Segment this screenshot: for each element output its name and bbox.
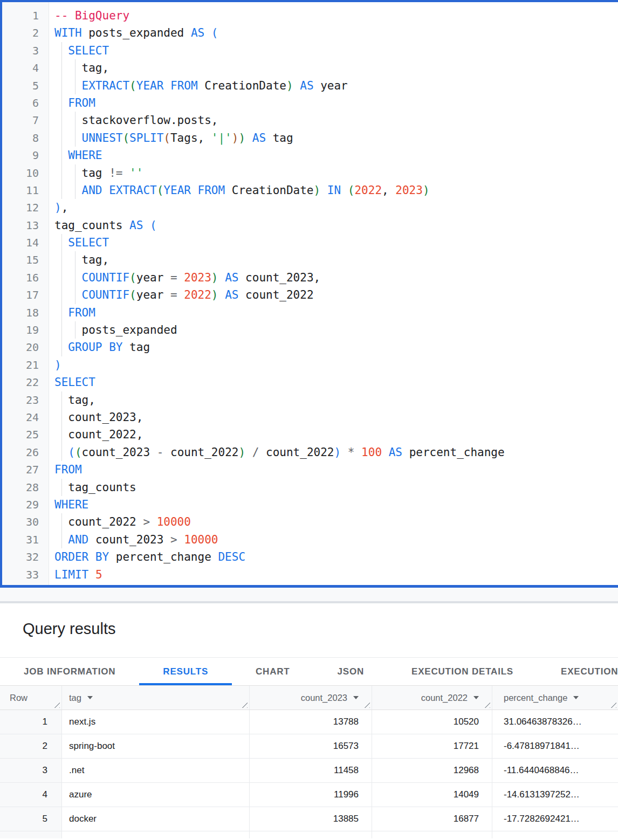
header-cell-tag[interactable]: tag xyxy=(62,686,250,710)
indent-guide-line xyxy=(61,479,62,496)
code-line[interactable]: 26 ((count_2023 - count_2022) / count_20… xyxy=(2,444,618,461)
code-line[interactable]: 8 UNNEST(SPLIT(Tags, '|')) AS tag xyxy=(2,129,618,147)
code-line[interactable]: 25 count_2022, xyxy=(2,426,618,443)
code-text: tag != '' xyxy=(49,164,618,182)
line-number: 21 xyxy=(2,356,49,374)
code-line[interactable]: 13tag_counts AS ( xyxy=(2,217,618,234)
code-token xyxy=(293,79,300,92)
column-resize-handle[interactable] xyxy=(364,702,370,708)
code-token xyxy=(218,288,225,301)
column-resize-handle[interactable] xyxy=(610,702,616,708)
code-token: 2022 xyxy=(184,288,211,301)
code-line[interactable]: 17 COUNTIF(year = 2022) AS count_2022 xyxy=(2,286,618,304)
indent-guide-line xyxy=(61,42,62,59)
line-number: 5 xyxy=(2,77,49,94)
column-resize-handle[interactable] xyxy=(54,702,60,708)
tab-execution-details[interactable]: EXECUTION DETAILS xyxy=(388,658,537,685)
code-line[interactable]: 19 posts_expanded xyxy=(2,321,618,339)
code-line[interactable]: 31 AND count_2023 > 10000 xyxy=(2,531,618,548)
indent-guide-line xyxy=(61,129,62,147)
tab-json[interactable]: JSON xyxy=(314,658,388,685)
code-line[interactable]: 15 tag, xyxy=(2,251,618,268)
line-number: 33 xyxy=(2,566,49,583)
code-line[interactable]: 1-- BigQuery xyxy=(2,7,618,24)
header-cell-percent_change[interactable]: percent_change xyxy=(492,686,618,710)
tab-results[interactable]: RESULTS xyxy=(139,658,232,685)
code-token: != xyxy=(109,167,122,180)
code-line[interactable]: 5 EXTRACT(YEAR FROM CreationDate) AS yea… xyxy=(2,77,618,94)
line-number: 14 xyxy=(2,234,49,251)
code-token: WHERE xyxy=(68,149,102,162)
cell-count_2022: 17721 xyxy=(372,734,492,758)
code-line[interactable]: 12), xyxy=(2,199,618,216)
code-line[interactable]: 33LIMIT 5 xyxy=(2,566,618,583)
indent-guide-line xyxy=(61,147,62,164)
code-line[interactable]: 9 WHERE xyxy=(2,147,618,164)
line-number: 11 xyxy=(2,182,49,199)
code-line[interactable]: 4 tag, xyxy=(2,59,618,77)
sort-arrow-icon[interactable] xyxy=(353,696,359,699)
code-token xyxy=(245,446,252,459)
header-cell-count_2023[interactable]: count_2023 xyxy=(250,686,372,710)
indent-guide-line xyxy=(61,444,62,461)
header-cell-row[interactable]: Row xyxy=(0,686,62,710)
code-text: COUNTIF(year = 2023) AS count_2023, xyxy=(49,269,618,286)
tab-execution-graph[interactable]: EXECUTION GRAPH xyxy=(537,658,618,685)
code-line[interactable]: 20 GROUP BY tag xyxy=(2,339,618,356)
code-line[interactable]: 22SELECT xyxy=(2,374,618,391)
code-line[interactable]: 18 FROM xyxy=(2,304,618,321)
line-number: 2 xyxy=(2,24,49,42)
column-label: count_2023 xyxy=(301,693,347,703)
code-text: SELECT xyxy=(49,42,618,59)
code-line[interactable]: 6 FROM xyxy=(2,94,618,112)
tab-chart[interactable]: CHART xyxy=(232,658,314,685)
sort-arrow-icon[interactable] xyxy=(573,696,579,699)
code-line[interactable]: 16 COUNTIF(year = 2023) AS count_2023, xyxy=(2,269,618,286)
code-text: tag, xyxy=(49,391,618,409)
code-line[interactable]: 7 stackoverflow.posts, xyxy=(2,112,618,129)
code-line[interactable]: 11 AND EXTRACT(YEAR FROM CreationDate) I… xyxy=(2,182,618,199)
code-token: count_2022 xyxy=(163,446,238,459)
table-row: 2spring-boot1657317721-6.47818971841… xyxy=(0,734,618,759)
line-number: 30 xyxy=(2,513,49,531)
table-row: 3.net1145812968-11.6440468846… xyxy=(0,759,618,783)
code-token: CreationDate xyxy=(225,184,313,197)
code-token: tag xyxy=(266,132,293,144)
column-resize-handle[interactable] xyxy=(242,702,248,708)
code-line[interactable]: 27FROM xyxy=(2,461,618,478)
code-line[interactable]: 2WITH posts_expanded AS ( xyxy=(2,24,618,42)
code-line[interactable]: 3 SELECT xyxy=(2,42,618,59)
empty-cell xyxy=(62,831,250,838)
code-token: UNNEST xyxy=(82,132,123,144)
cell-tag: azure xyxy=(62,783,250,807)
code-line[interactable]: 23 tag, xyxy=(2,391,618,409)
code-line[interactable]: 24 count_2023, xyxy=(2,409,618,426)
row-number-cell: 4 xyxy=(0,783,62,807)
code-line[interactable]: 32ORDER BY percent_change DESC xyxy=(2,548,618,566)
code-token: count_2023, xyxy=(238,271,320,284)
code-token: ( xyxy=(75,446,82,459)
sort-arrow-icon[interactable] xyxy=(473,696,479,699)
code-token: count_2022 xyxy=(68,515,143,528)
code-line[interactable]: 14 SELECT xyxy=(2,234,618,251)
code-token: ORDER BY xyxy=(54,550,109,563)
code-line[interactable]: 21) xyxy=(2,356,618,374)
code-line[interactable]: 28 tag_counts xyxy=(2,479,618,496)
line-number: 20 xyxy=(2,339,49,356)
code-token: LIMIT xyxy=(54,568,88,581)
code-token: year xyxy=(136,271,170,284)
code-line[interactable]: 30 count_2022 > 10000 xyxy=(2,513,618,531)
column-label: percent_change xyxy=(504,693,567,703)
code-line[interactable]: 29WHERE xyxy=(2,496,618,513)
code-token: ) xyxy=(314,184,321,197)
header-cell-count_2022[interactable]: count_2022 xyxy=(372,686,492,710)
code-token: EXTRACT xyxy=(82,79,130,92)
tab-job-information[interactable]: JOB INFORMATION xyxy=(0,658,139,685)
sort-arrow-icon[interactable] xyxy=(87,696,93,699)
code-line[interactable]: 10 tag != '' xyxy=(2,164,618,182)
sql-editor[interactable]: 1-- BigQuery2WITH posts_expanded AS (3 S… xyxy=(0,0,618,588)
code-token: AS xyxy=(300,79,313,92)
code-text: stackoverflow.posts, xyxy=(49,112,618,129)
column-resize-handle[interactable] xyxy=(484,702,490,708)
indent-guide-line xyxy=(61,339,62,356)
